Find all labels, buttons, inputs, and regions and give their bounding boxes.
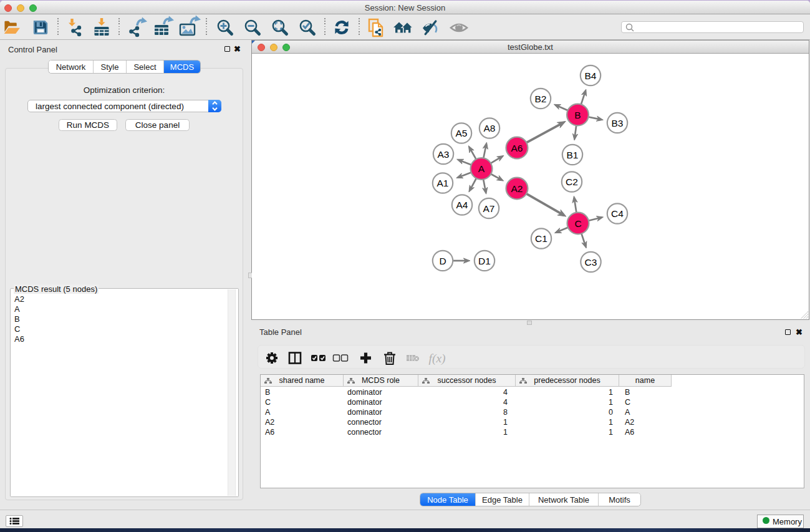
svg-text:B1: B1 [567, 150, 579, 160]
svg-text:A4: A4 [456, 200, 468, 210]
svg-text:B2: B2 [535, 94, 547, 104]
svg-text:D1: D1 [478, 256, 491, 266]
svg-text:A2: A2 [511, 183, 523, 194]
svg-text:C2: C2 [566, 177, 578, 187]
svg-text:A3: A3 [438, 149, 450, 160]
svg-text:A8: A8 [484, 123, 496, 133]
svg-text:B3: B3 [612, 118, 624, 128]
svg-text:C3: C3 [585, 257, 597, 268]
svg-text:A6: A6 [511, 143, 523, 153]
svg-text:A5: A5 [456, 128, 468, 138]
svg-text:A: A [478, 163, 485, 174]
svg-text:D: D [439, 256, 446, 266]
svg-text:C: C [574, 218, 581, 229]
svg-text:f(x): f(x) [428, 352, 445, 365]
svg-text:B4: B4 [585, 70, 597, 81]
svg-text:B: B [574, 110, 581, 120]
svg-text:C4: C4 [611, 208, 624, 219]
svg-text:A7: A7 [483, 203, 495, 214]
svg-text:C1: C1 [535, 233, 547, 244]
svg-text:A1: A1 [437, 178, 449, 188]
